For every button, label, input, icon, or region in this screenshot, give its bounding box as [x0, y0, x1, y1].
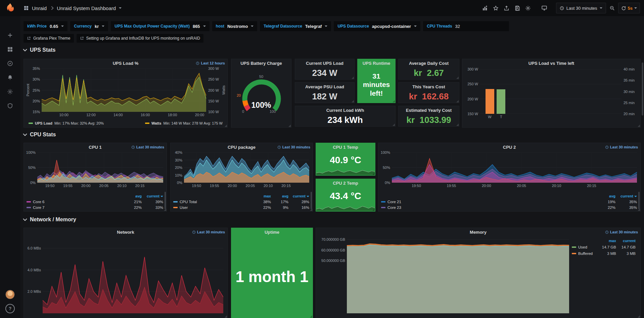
bar-T[interactable] [497, 89, 505, 114]
legend-series-core21[interactable]: Core 21 [381, 200, 597, 204]
refresh-interval-label[interactable]: 5s [628, 6, 633, 11]
variable-currency[interactable]: Currency kr [70, 21, 108, 31]
chevron-down-icon [61, 26, 64, 27]
refresh-button[interactable]: 5s [618, 3, 640, 13]
plot-area[interactable]: 19:5019:5520:0020:0520:1020:15 [37, 152, 163, 183]
legend-swatch [381, 201, 385, 202]
legend-col-current[interactable]: current [142, 194, 163, 198]
legend-table: avg current Core 6 21% 39% Core 7 22% 33… [27, 194, 163, 210]
plot-area[interactable] [347, 237, 569, 313]
legend-series-core6[interactable]: Core 6 [27, 200, 123, 204]
panel-title[interactable]: CPU 2 [378, 143, 640, 152]
panel-ups-load-graph: UPS Load % Last 12 hours Percent 35%30%2… [24, 59, 228, 128]
section-title: Network / Memory [30, 217, 76, 223]
legend-item-ups-load[interactable]: UPS Load Min: 17% Max: 32% Avg: 20% [29, 121, 104, 125]
variable-kwh-price[interactable]: kWh Price 0.65 [24, 21, 67, 31]
section-network-memory[interactable]: Network / Memory [23, 217, 76, 223]
sidebar-item-explore[interactable] [0, 57, 20, 70]
link-grafana-plex-theme[interactable]: Grafana Plex Theme [24, 34, 74, 43]
breadcrumb-dashboard-title[interactable]: Unraid System Dashboard [57, 5, 116, 11]
plot-area[interactable]: 10:0012:0014:0016:0018:0020:00 [42, 69, 206, 112]
plot-area[interactable]: WT [480, 69, 622, 114]
cpu-package-chart[interactable] [184, 152, 309, 183]
legend-series-user[interactable]: User [173, 206, 254, 210]
legend-series-cpu-total[interactable]: CPU Total [173, 200, 254, 204]
variable-ups-datasource[interactable]: UPS Datasource apcupsd-container [334, 21, 420, 31]
bar-W[interactable] [486, 89, 494, 114]
legend-series-used[interactable]: Used [572, 245, 597, 249]
variable-cpu-threads[interactable]: CPU Threads 32 [423, 21, 509, 31]
plot-area[interactable]: 19:5019:5520:0020:0520:1020:15 [392, 152, 637, 183]
y-axis-left: 100%50%0% [25, 152, 37, 183]
chevron-down-icon[interactable] [119, 7, 122, 9]
panel-title[interactable]: Memory [316, 228, 640, 237]
navbar-actions: Last 30 minutes 5s [480, 3, 644, 13]
plot-area[interactable] [43, 237, 223, 313]
legend-item-watts[interactable]: Watts Min: 148 W Max: 278 W Avg: 175 W [145, 121, 223, 125]
variable-ups-max-output[interactable]: UPS Max Output Power Capacity (Watt) 865 [111, 21, 209, 31]
legend-col-max[interactable]: max [254, 194, 271, 198]
cpu1-chart[interactable] [37, 152, 163, 183]
share-button[interactable] [502, 3, 512, 13]
y-axis-left: 40%30%20%10%0% [172, 152, 184, 183]
save-button[interactable] [512, 3, 522, 13]
legend-value: 14.7 GB [616, 245, 636, 249]
sidebar-item-alerting[interactable] [0, 71, 20, 84]
variable-label: CPU Threads [427, 24, 452, 29]
legend-series-core23[interactable]: Core 23 [381, 206, 597, 210]
legend-series-buffered[interactable]: Buffered [572, 252, 597, 256]
plot-area[interactable]: 19:5019:5520:0020:0520:1020:15 [184, 152, 309, 183]
star-button[interactable] [491, 3, 501, 13]
breadcrumb-org[interactable]: Unraid [32, 5, 47, 11]
dashboard-settings-button[interactable] [523, 3, 533, 13]
variable-telegraf-datasource[interactable]: Telegraf Datasource Telegraf [260, 21, 331, 31]
ups-bar-chart[interactable] [480, 69, 622, 114]
legend-col-avg[interactable]: avg [271, 194, 288, 198]
legend-col-avg[interactable]: avg [597, 194, 615, 198]
legend-scrollbar[interactable] [165, 192, 166, 209]
section-ups-stats[interactable]: UPS Stats [23, 47, 55, 53]
save-icon [514, 5, 520, 11]
variable-label: UPS Max Output Power Capacity (Watt) [114, 24, 190, 29]
help-button[interactable]: ? [5, 304, 15, 313]
legend-col-current[interactable]: current [615, 194, 637, 198]
zoom-out-button[interactable] [607, 3, 617, 13]
legend-scrollbar[interactable] [311, 192, 312, 209]
add-panel-button[interactable] [480, 3, 490, 13]
tv-mode-button[interactable] [539, 3, 549, 13]
battery-gauge [233, 71, 290, 122]
page-scrollbar[interactable] [642, 62, 643, 116]
section-cpu-stats[interactable]: CPU Stats [23, 132, 56, 138]
legend-value: 22% [123, 206, 142, 210]
y-axis-left: 6.0 MBs4.0 MBs2.0 MBs [25, 237, 43, 313]
legend-col-avg[interactable]: avg [123, 194, 142, 198]
time-range-picker[interactable]: Last 30 minutes [556, 3, 606, 13]
variable-host[interactable]: host Nostromo [212, 21, 258, 31]
legend-col-current[interactable]: current [288, 194, 309, 198]
legend-col-current[interactable]: current [616, 239, 636, 243]
sidebar-item-create[interactable] [0, 29, 20, 42]
cpu2-chart[interactable] [392, 152, 637, 183]
y-axis-left: 35%30%25%20%15% [30, 69, 42, 112]
legend-series-core7[interactable]: Core 7 [27, 206, 123, 210]
cpu-threads-input[interactable]: 32 [455, 24, 505, 29]
sidebar-item-server-admin[interactable] [0, 99, 20, 112]
legend-col-max[interactable]: max [597, 239, 616, 243]
external-link-icon [27, 36, 31, 40]
chevron-down-icon [600, 7, 602, 9]
network-chart[interactable] [43, 237, 223, 313]
panel-title[interactable]: UPS Battery Charge [231, 59, 291, 68]
legend-scrollbar[interactable] [638, 192, 640, 209]
chevron-down-icon [23, 133, 27, 136]
grafana-logo[interactable] [0, 3, 20, 13]
user-avatar[interactable] [5, 290, 15, 299]
ups-load-chart[interactable] [42, 69, 206, 112]
y-axis-right: 40 min35 min30 min25 min20 min [622, 69, 638, 114]
sidebar-item-dashboards[interactable] [0, 43, 20, 56]
grafana-dashboard: Unraid Unraid System Dashboard [0, 0, 644, 318]
panel-title[interactable]: UPS Load vs Time left [462, 59, 640, 68]
memory-chart[interactable] [347, 237, 569, 313]
sidebar-item-configuration[interactable] [0, 85, 20, 98]
link-ups-monitoring-guide[interactable]: Setting up Grafana and InfluxDB for UPS … [77, 34, 204, 43]
panel-uptime: Uptime 1 month 1 [231, 228, 313, 318]
